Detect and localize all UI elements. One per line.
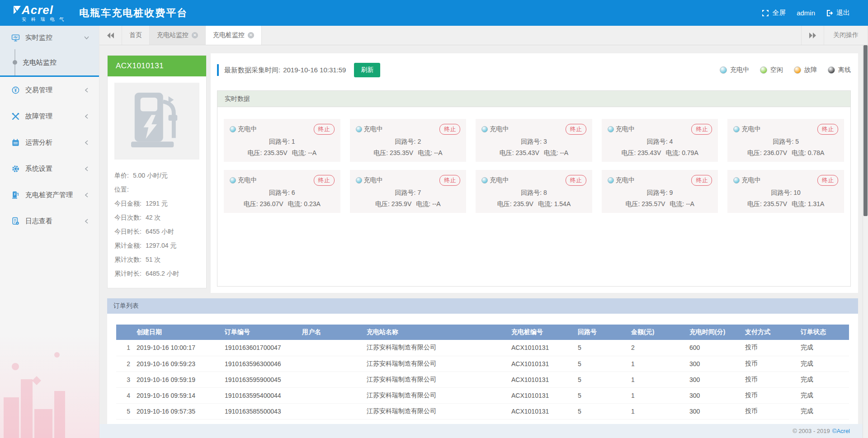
pile-monitor-panel: 最新数据采集时间:2019-10-16 10:31:59 刷新 充电中 空闲	[211, 53, 858, 293]
station-stat-row: 累计金额: 1297.04 元	[114, 239, 199, 253]
logo-brand-text: Acrel	[22, 4, 66, 16]
column-header: 创建日期	[137, 325, 225, 340]
circuit-measurements-line: 电压: 236.07V电流: 0.23A	[230, 200, 335, 208]
cell-pay-method: 投币	[745, 340, 801, 356]
terminate-button[interactable]: 终止	[691, 124, 712, 135]
cell-create-date: 2019-10-16 10:00:17	[137, 340, 225, 356]
cell-create-date: 2019-10-16 09:59:19	[137, 372, 225, 387]
table-row: 3 2019-10-16 09:59:19 1910163595900045 江…	[116, 372, 849, 387]
charging-status-ball-icon	[481, 177, 488, 184]
cell-username	[302, 372, 367, 387]
cell-charge-minutes: 300	[689, 387, 745, 403]
station-stat-row: 今日时长: 6455 小时	[114, 225, 199, 239]
chevron-left-icon	[84, 193, 89, 198]
logout-button[interactable]: 退出	[826, 9, 850, 17]
charging-status-ball-icon	[608, 177, 614, 184]
charging-status-ball-icon	[356, 177, 362, 184]
tab-pile-monitor[interactable]: 充电桩监控 ✕	[206, 26, 262, 45]
terminate-button[interactable]: 终止	[566, 175, 586, 186]
station-stat-row: 累计次数: 51 次	[114, 253, 199, 267]
column-header	[116, 325, 137, 340]
terminate-button[interactable]: 终止	[314, 124, 335, 135]
station-stat-row: 单价: 5.00 小时/元	[114, 169, 199, 183]
row-index: 3	[116, 372, 137, 387]
close-operations-button[interactable]: 关闭操作	[824, 26, 868, 45]
charging-status-ball-icon	[356, 126, 362, 132]
terminate-button[interactable]: 终止	[439, 175, 460, 186]
tab-home[interactable]: 首页	[122, 26, 150, 45]
chevron-left-icon	[84, 166, 89, 171]
cell-order-no: 1910163595900045	[225, 372, 302, 387]
cell-station-name: 江苏安科瑞制造有限公司	[367, 356, 511, 372]
terminate-button[interactable]: 终止	[314, 175, 335, 186]
cell-order-no: 1910163595400044	[225, 387, 302, 403]
terminate-button[interactable]: 终止	[691, 175, 712, 186]
orders-table-header: 创建日期 订单编号 用户名 充电站名称 充电桩编号 回路号	[116, 325, 849, 340]
cell-amount: 2	[631, 340, 689, 356]
terminate-button[interactable]: 终止	[439, 124, 460, 135]
terminate-button[interactable]: 终止	[817, 175, 838, 186]
charging-status-ball-icon	[481, 126, 488, 132]
status-ball-icon	[828, 66, 835, 74]
terminate-button[interactable]: 终止	[566, 124, 586, 135]
cell-charge-minutes: 300	[689, 372, 745, 387]
sidebar-item-station-monitor[interactable]: 充电站监控	[0, 49, 99, 75]
tabs-scroll-right-button[interactable]	[801, 26, 824, 45]
sidebar-item-faults[interactable]: 故障管理	[0, 103, 99, 129]
chevron-left-icon	[84, 88, 89, 93]
terminate-button[interactable]: 终止	[817, 124, 838, 135]
user-name[interactable]: admin	[797, 9, 815, 17]
sidebar-item-analytics[interactable]: 运营分析	[0, 129, 99, 155]
tab-station-monitor[interactable]: 充电站监控 ✕	[150, 26, 206, 45]
station-stat-row: 位置:	[114, 183, 199, 197]
cell-order-status: 完成	[801, 387, 849, 403]
circuit-cards-grid: 充电中 终止 回路号: 1 电压: 235.35V电流: --A	[217, 107, 850, 225]
column-header: 用户名	[302, 325, 367, 340]
refresh-button[interactable]: 刷新	[354, 63, 380, 77]
circuit-status: 充电中	[733, 176, 760, 184]
scrollbar-thumb[interactable]	[863, 45, 868, 216]
cell-circuit-no: 5	[578, 356, 631, 372]
cell-pay-method: 投币	[745, 356, 801, 372]
cell-pile-code: ACX1010131	[511, 403, 578, 419]
footer-bar: © 2003 - 2019 ©Acrel	[99, 424, 863, 438]
sidebar-item-realtime-monitor[interactable]: 实时监控	[0, 26, 99, 49]
circuit-number-line: 回路号: 2	[356, 138, 461, 146]
order-list-panel: 订单列表 创建日期 订单编号	[107, 298, 858, 424]
station-stat-row: 累计时长: 6485.2 小时	[114, 267, 199, 281]
circuit-number-line: 回路号: 10	[733, 189, 838, 197]
column-header: 订单编号	[225, 325, 302, 340]
circuit-measurements-line: 电压: 235.57V电流: --A	[608, 200, 712, 208]
cell-pile-code: ACX1010131	[511, 340, 578, 356]
orders-table-body: 1 2019-10-16 10:00:17 1910163601700047 江…	[116, 340, 849, 419]
station-stat-row: 今日次数: 42 次	[114, 211, 199, 225]
double-chevron-left-icon	[107, 33, 114, 38]
circuit-measurements-line: 电压: 235.35V电流: --A	[230, 149, 335, 157]
charging-pile-icon	[11, 191, 20, 199]
sidebar-item-transactions[interactable]: 交易管理	[0, 77, 99, 103]
cell-pile-code: ACX1010131	[511, 372, 578, 387]
status-legend: 充电中 空闲 故障	[720, 66, 851, 74]
fullscreen-button[interactable]: 全屏	[762, 9, 786, 17]
acrel-footer-link[interactable]: ©Acrel	[832, 428, 850, 434]
sidebar-item-settings[interactable]: 系统设置	[0, 155, 99, 182]
close-tab-icon[interactable]: ✕	[192, 32, 198, 38]
charging-status-ball-icon	[733, 177, 740, 184]
close-tab-icon[interactable]: ✕	[248, 32, 254, 38]
realtime-section-title: 实时数据	[217, 91, 850, 107]
station-code-header: ACX1010131	[108, 56, 206, 76]
cell-order-status: 完成	[801, 403, 849, 419]
row-index: 4	[116, 387, 137, 403]
decorative-graphic	[0, 334, 99, 438]
vertical-scrollbar[interactable]	[863, 45, 868, 438]
circuit-status: 充电中	[356, 125, 383, 133]
sidebar-item-logs[interactable]: 日志查看	[0, 208, 99, 234]
monitor-icon	[11, 33, 20, 42]
tabs-scroll-left-button[interactable]	[99, 26, 122, 45]
circuit-card: 充电中 终止 回路号: 6 电压: 236.07V电流: 0.23A	[224, 170, 340, 213]
cell-charge-minutes: 600	[689, 340, 745, 356]
sidebar-item-pile-assets[interactable]: 充电桩资产管理	[0, 182, 99, 208]
cell-station-name: 江苏安科瑞制造有限公司	[367, 403, 511, 419]
circuit-measurements-line: 电压: 235.57V电流: 1.31A	[733, 200, 838, 208]
charging-status-ball-icon	[230, 177, 236, 184]
